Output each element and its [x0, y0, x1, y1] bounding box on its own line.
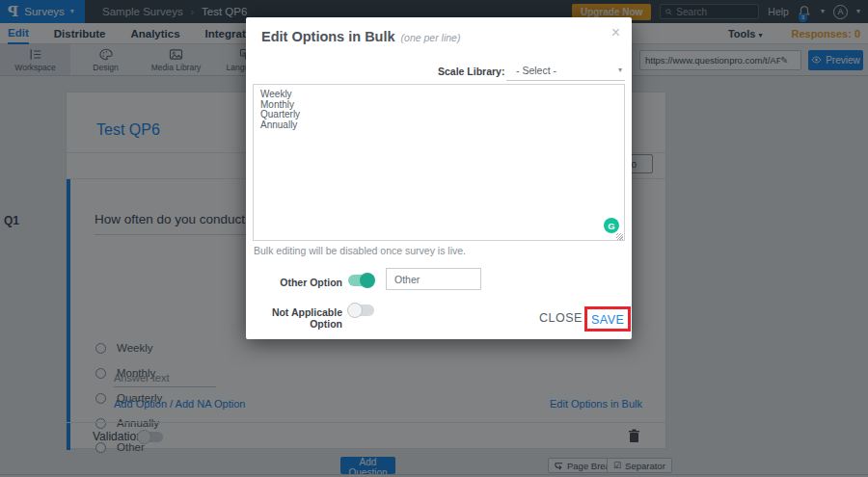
scale-library-value: - Select -	[516, 65, 556, 76]
modal-subtitle: (one per line)	[401, 32, 461, 43]
modal-header: Edit Options in Bulk (one per line)	[261, 29, 460, 44]
other-option-toggle[interactable]	[348, 275, 374, 286]
toggle-knob	[360, 273, 375, 288]
close-button[interactable]: CLOSE	[539, 311, 583, 325]
other-option-input[interactable]	[386, 268, 481, 290]
scale-library-select[interactable]: - Select - ▾	[506, 60, 625, 81]
modal-title: Edit Options in Bulk	[261, 29, 395, 44]
resize-handle[interactable]	[616, 233, 623, 240]
not-applicable-option-toggle[interactable]	[348, 305, 374, 316]
save-button[interactable]: SAVE	[591, 313, 624, 327]
edit-options-in-bulk-modal: Edit Options in Bulk (one per line) × Sc…	[246, 17, 632, 339]
close-icon[interactable]: ×	[611, 25, 620, 40]
other-option-label: Other Option	[246, 277, 342, 288]
bulk-options-textarea[interactable]: Weekly Monthly Quarterly Annually	[253, 84, 625, 241]
scale-library-label: Scale Library:	[438, 66, 504, 77]
bulk-editing-note: Bulk editing will be disabled once surve…	[254, 245, 466, 256]
toggle-knob	[347, 303, 363, 318]
not-applicable-option-label: Not Applicable Option	[246, 306, 342, 330]
save-annotation-highlight: SAVE	[584, 306, 631, 331]
questionpro-survey-editor: P Surveys ▾ Sample Surveys › Test QP6 Up…	[0, 0, 868, 477]
chevron-down-icon: ▾	[618, 66, 622, 74]
grammarly-icon[interactable]: G	[604, 218, 619, 233]
